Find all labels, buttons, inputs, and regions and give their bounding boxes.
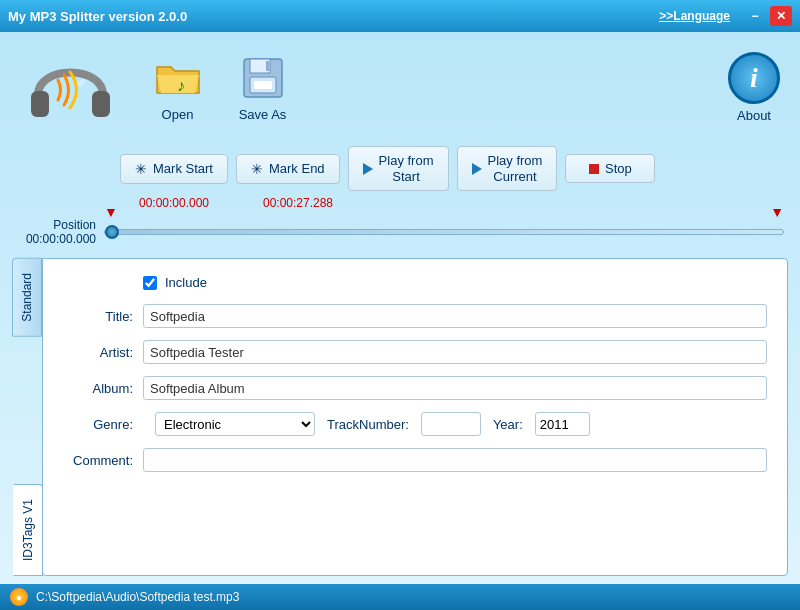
- save-as-icon: [235, 53, 290, 103]
- position-slider-wrap: ▼ ▼: [104, 220, 784, 244]
- svg-rect-7: [254, 81, 272, 89]
- status-path: C:\Softpedia\Audio\Softpedia test.mp3: [36, 590, 239, 604]
- stop-icon: [589, 164, 599, 174]
- artist-label: Artist:: [63, 345, 143, 360]
- title-bar: My MP3 Splitter version 2.0.0 >>Language…: [0, 0, 800, 32]
- track-number-label: TrackNumber:: [327, 417, 409, 432]
- tab-standard[interactable]: Standard: [12, 258, 42, 337]
- include-label: Include: [165, 275, 207, 290]
- position-slider-thumb[interactable]: [105, 225, 119, 239]
- album-label: Album:: [63, 381, 143, 396]
- close-button[interactable]: ✕: [770, 6, 792, 26]
- include-row: Include: [143, 275, 767, 290]
- about-button[interactable]: i About: [728, 52, 780, 123]
- about-icon: i: [728, 52, 780, 104]
- slider-end-marker-icon: ▼: [770, 204, 784, 220]
- svg-text:♪: ♪: [177, 77, 185, 94]
- mark-start-icon: ✳: [135, 161, 147, 177]
- svg-rect-1: [92, 91, 110, 117]
- play-from-current-button[interactable]: Play fromCurrent: [457, 146, 558, 191]
- mark-end-icon: ✳: [251, 161, 263, 177]
- position-time: 00:00:00.000: [26, 232, 96, 246]
- genre-select[interactable]: ElectronicRockPopJazzClassicalHip-HopOth…: [155, 412, 315, 436]
- tabs-panel: Standard ID3Tags V1 Include Title: Artis…: [12, 258, 788, 576]
- comment-row: Comment:: [63, 448, 767, 472]
- stop-button[interactable]: Stop: [565, 154, 655, 183]
- album-input[interactable]: [143, 376, 767, 400]
- title-input[interactable]: [143, 304, 767, 328]
- panel-content: Include Title: Artist: Album: Genre:: [42, 258, 788, 576]
- app-logo: [20, 42, 120, 132]
- play-from-start-button[interactable]: Play fromStart: [348, 146, 449, 191]
- svg-rect-8: [266, 61, 269, 71]
- save-as-button[interactable]: Save As: [235, 53, 290, 122]
- play-from-start-label: Play fromStart: [379, 153, 434, 184]
- play-from-current-label: Play fromCurrent: [488, 153, 543, 184]
- album-row: Album:: [63, 376, 767, 400]
- marker-end-time: 00:00:27.288: [263, 196, 333, 210]
- mark-start-label: Mark Start: [153, 161, 213, 176]
- mark-start-button[interactable]: ✳ Mark Start: [120, 154, 228, 184]
- title-row: Title:: [63, 304, 767, 328]
- app-title: My MP3 Splitter version 2.0.0: [8, 9, 187, 24]
- open-button[interactable]: ♪ Open: [150, 53, 205, 122]
- position-row: Position 00:00:00.000 ▼ ▼: [0, 214, 800, 254]
- main-area: ♪ Open Save As i Ab: [0, 32, 800, 610]
- tab-id3tags[interactable]: ID3Tags V1: [13, 484, 43, 576]
- play-from-start-icon: [363, 163, 373, 175]
- svg-rect-0: [31, 91, 49, 117]
- stop-label: Stop: [605, 161, 632, 176]
- status-bar: ● C:\Softpedia\Audio\Softpedia test.mp3: [0, 584, 800, 610]
- artist-row: Artist:: [63, 340, 767, 364]
- toolbar: ♪ Open Save As i Ab: [0, 32, 800, 142]
- year-label: Year:: [493, 417, 523, 432]
- slider-start-marker-icon: ▼: [104, 204, 118, 220]
- mark-end-label: Mark End: [269, 161, 325, 176]
- about-label: About: [737, 108, 771, 123]
- mark-end-button[interactable]: ✳ Mark End: [236, 154, 340, 184]
- save-as-label: Save As: [239, 107, 287, 122]
- minimize-button[interactable]: −: [744, 6, 766, 26]
- marker-times: 00:00:00.000 00:00:27.288: [0, 195, 800, 214]
- track-number-input[interactable]: [421, 412, 481, 436]
- position-slider-track[interactable]: [104, 229, 784, 235]
- open-icon: ♪: [150, 53, 205, 103]
- side-tabs: Standard ID3Tags V1: [12, 258, 42, 576]
- include-checkbox[interactable]: [143, 276, 157, 290]
- language-button[interactable]: >>Language: [659, 9, 730, 23]
- play-from-current-icon: [472, 163, 482, 175]
- status-icon: ●: [10, 588, 28, 606]
- comment-input[interactable]: [143, 448, 767, 472]
- comment-label: Comment:: [63, 453, 143, 468]
- year-input[interactable]: [535, 412, 590, 436]
- position-label: Position: [53, 218, 96, 232]
- marker-start-time: 00:00:00.000: [139, 196, 209, 210]
- genre-label: Genre:: [63, 417, 143, 432]
- artist-input[interactable]: [143, 340, 767, 364]
- title-label: Title:: [63, 309, 143, 324]
- controls-row: ✳ Mark Start ✳ Mark End Play fromStart P…: [0, 142, 800, 195]
- open-label: Open: [162, 107, 194, 122]
- genre-row: Genre: ElectronicRockPopJazzClassicalHip…: [63, 412, 767, 436]
